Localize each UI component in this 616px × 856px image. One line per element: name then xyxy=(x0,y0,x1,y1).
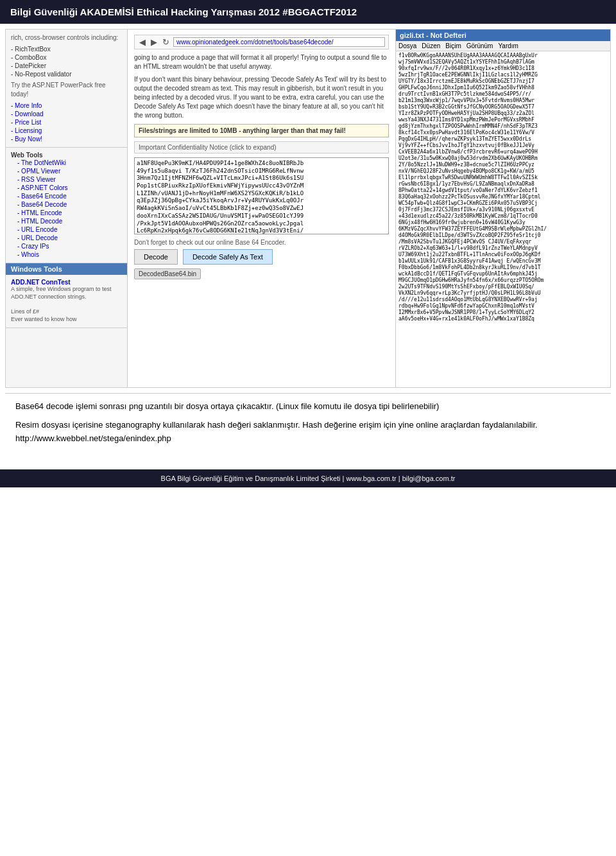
confidentiality-notice[interactable]: Important Confidentiality Notice (click … xyxy=(134,141,389,153)
sidebar-link-dotnetwiki[interactable]: - The DotNetWiki xyxy=(11,159,122,167)
browser-url-bar[interactable]: www.opinionatedgeek.com/dotnet/tools/bas… xyxy=(173,37,385,47)
sidebar-lines-label: Lines of £# xyxy=(11,308,122,316)
sidebar-ado-section: ADD.NET ConnTest A simple, free Windows … xyxy=(6,275,127,328)
sidebar-web-tools-title: Web Tools xyxy=(11,152,122,159)
browser-forward-button[interactable]: ▶ xyxy=(150,37,158,47)
footer-text: BGA Bilgi Güvenliği Eğitim ve Danışmanlı… xyxy=(161,475,456,482)
sidebar-windows-tools-label: Windows Tools xyxy=(11,265,62,273)
browser-bar: ◀ ▶ ↻ www.opinionatedgeek.com/dotnet/too… xyxy=(134,35,389,49)
sidebar-link-price-list[interactable]: - Price List xyxy=(11,118,122,127)
confidentiality-text: Important Confidentiality Notice (click … xyxy=(139,144,277,151)
sidebar-lines-desc: Ever wanted to know how xyxy=(11,316,122,324)
sidebar-link-base64-decode[interactable]: - Base64 Decode xyxy=(11,200,122,209)
decode-safely-text: If you don't want this binary behaviour,… xyxy=(134,76,386,119)
intro-text-content: going to and produce a page that will fo… xyxy=(134,54,387,70)
browser-refresh-button[interactable]: ↻ xyxy=(161,37,171,47)
intro-paragraph: going to and produce a page that will fo… xyxy=(134,53,389,71)
bottom-paragraph-2: Resim dosyası içerisine steganography ku… xyxy=(15,419,601,446)
sidebar-try-text: Try the ASP.NET PowerPack free today! xyxy=(11,81,122,99)
filename-label: DecodedBase64.bin xyxy=(134,268,201,279)
file-limit-text: Files/strings are limited to 10MB - anyt… xyxy=(139,127,346,134)
bottom-paragraph-1: Base64 decode işlemi sonrası png uzantıl… xyxy=(15,400,601,414)
encoded-input-textarea[interactable]: a1NF8UqePu3K9mKI/HA4PDU9PI4+1ge8WXhZ4c8u… xyxy=(134,157,389,234)
sidebar-control-3: - DatePicker xyxy=(11,62,122,70)
browser-back-button[interactable]: ◀ xyxy=(138,37,147,47)
file-limit-notice: Files/strings are limited to 10MB - anyt… xyxy=(134,124,389,137)
notepad-menu-duzen[interactable]: Düzen xyxy=(422,42,440,49)
sidebar-link-opml[interactable]: - OPML Viewer xyxy=(11,167,122,175)
sidebar-link-licensing[interactable]: - Licensing xyxy=(11,127,122,135)
notepad-menubar: Dosya Düzen Biçim Görünüm Yardım xyxy=(396,41,610,51)
sidebar-link-url-decode[interactable]: - URL Decode xyxy=(11,234,122,242)
page-footer: BGA Bilgi Güvenliği Eğitim ve Danışmanlı… xyxy=(0,469,616,487)
sidebar-link-crazy-ips[interactable]: - Crazy IPs xyxy=(11,242,122,250)
sidebar-link-download[interactable]: - Download xyxy=(11,110,122,118)
notepad-text-area[interactable]: f1vBORw0KGgoAAAANSUhEUgAAA3AAAAGQCAIAAAB… xyxy=(396,51,610,385)
page-title: Bilgi Güvenliği AKADEMİSİ Ethical Hackin… xyxy=(10,6,357,17)
sidebar-control-4: - No-Repost validator xyxy=(11,70,122,78)
sidebar-web-tools-section: Web Tools - The DotNetWiki - OPML Viewer… xyxy=(6,148,127,263)
notepad-menu-yardim[interactable]: Yardım xyxy=(498,42,518,49)
bottom-section: Base64 decode işlemi sonrası png uzantıl… xyxy=(5,393,611,457)
notepad-panel: gizli.txt - Not Defteri Dosya Düzen Biçi… xyxy=(395,30,610,387)
sidebar-link-more-info[interactable]: - More Info xyxy=(11,101,122,110)
notepad-menu-gorunum[interactable]: Görünüm xyxy=(466,42,493,49)
sidebar-link-url-encode[interactable]: - URL Encode xyxy=(11,225,122,234)
page-header: Bilgi Güvenliği AKADEMİSİ Ethical Hackin… xyxy=(0,0,616,24)
sidebar-link-rss[interactable]: - RSS Viewer xyxy=(11,175,122,184)
filename-bar: DecodedBase64.bin xyxy=(134,268,389,279)
center-content: ◀ ▶ ↻ www.opinionatedgeek.com/dotnet/too… xyxy=(128,30,395,387)
main-content: rich, cross-browser controls including: … xyxy=(5,29,611,388)
sidebar-link-html-encode[interactable]: - HTML Encode xyxy=(11,209,122,217)
decode-safely-button[interactable]: Decode Safely As Text xyxy=(183,249,273,265)
sidebar: rich, cross-browser controls including: … xyxy=(6,30,128,387)
sidebar-control-2: - ComboBox xyxy=(11,53,122,62)
notepad-menu-dosya[interactable]: Dosya xyxy=(398,42,416,49)
notepad-content-area: f1vBORw0KGgoAAAANSUhEUgAAA3AAAAGQCAIAAAB… xyxy=(396,51,610,387)
decode-button[interactable]: Decode xyxy=(134,249,178,265)
sidebar-link-whois[interactable]: - Whois xyxy=(11,250,122,259)
decode-safely-description: If you don't want this binary behaviour,… xyxy=(134,75,389,120)
sidebar-link-html-decode[interactable]: - HTML Decode xyxy=(11,217,122,225)
sidebar-controls-section: rich, cross-browser controls including: … xyxy=(6,30,127,148)
dont-forget-text: Don't forget to check out our online Bas… xyxy=(134,239,286,246)
notepad-title: gizli.txt - Not Defteri xyxy=(400,31,466,39)
sidebar-ado-desc: A simple, free Windows program to test A… xyxy=(11,286,122,301)
sidebar-link-aspnet-colors[interactable]: - ASP.NET Colors xyxy=(11,184,122,192)
sidebar-control-1: - RichTextBox xyxy=(11,45,122,53)
notepad-menu-bichim[interactable]: Biçim xyxy=(445,42,461,49)
notepad-titlebar: gizli.txt - Not Defteri xyxy=(396,30,610,41)
sidebar-ado-title[interactable]: ADD.NET ConnTest xyxy=(11,279,122,286)
sidebar-link-buy-now[interactable]: - Buy Now! xyxy=(11,135,122,143)
sidebar-intro-text: rich, cross-browser controls including: xyxy=(11,33,122,42)
dont-forget-notice: Don't forget to check out our online Bas… xyxy=(134,239,389,246)
sidebar-windows-tools-header: Windows Tools xyxy=(6,263,127,275)
decode-buttons-row: Decode Decode Safely As Text xyxy=(134,249,389,265)
sidebar-link-base64-encode[interactable]: - Base64 Encode xyxy=(11,192,122,200)
